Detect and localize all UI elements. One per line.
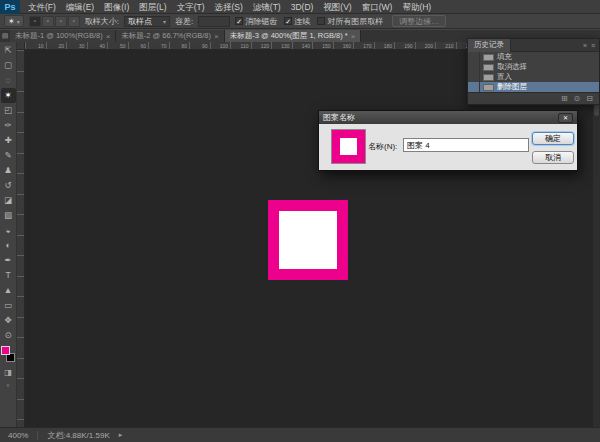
option-checkbox[interactable]: ✓连续 (284, 16, 310, 27)
close-icon[interactable]: ✕ (558, 113, 573, 123)
history-item[interactable]: 删除图层 (468, 82, 599, 92)
caret-down-icon: ▾ (163, 18, 166, 25)
history-item[interactable]: 置入 (468, 72, 599, 82)
hand-tool[interactable]: ✥ (1, 313, 16, 328)
blur-tool[interactable]: ◒ (1, 223, 16, 238)
close-tab-icon[interactable]: × (106, 32, 111, 41)
marquee-tool[interactable]: ▢ (1, 58, 16, 73)
dialog-title: 图案名称 (323, 112, 355, 123)
quick-mask-icon[interactable]: ◨ (1, 366, 16, 379)
history-snapshot-well (468, 52, 480, 62)
ruler-tick-label: 80 (169, 42, 190, 49)
new-selection-icon[interactable]: ▫ (29, 16, 41, 27)
ruler-tick-label: 20 (46, 42, 67, 49)
menu-item[interactable]: 编辑(E) (61, 0, 99, 14)
tab-history[interactable]: 历史记录 (468, 39, 511, 52)
history-panel-header: 历史记录 »≡ (468, 39, 599, 52)
menu-item[interactable]: 文件(F) (23, 0, 61, 14)
close-tab-icon[interactable]: × (351, 32, 356, 41)
menu-item[interactable]: 3D(D) (286, 0, 319, 14)
pen-tool[interactable]: ✒ (1, 253, 16, 268)
option-checkbox[interactable]: ✓消除锯齿 (235, 16, 277, 27)
history-snapshot-well (468, 62, 480, 72)
option-checkboxes: ✓消除锯齿✓连续对所有图层取样 (235, 16, 383, 27)
eyedropper-tool[interactable]: ✑ (1, 118, 16, 133)
clone-stamp-tool[interactable]: ♟ (1, 163, 16, 178)
sample-size-dropdown[interactable]: 取样点 ▾ (124, 16, 170, 27)
options-bar: ✶ ▾ ▫▫▫▫ 取样大小: 取样点 ▾ 容差: ✓消除锯齿✓连续对所有图层取样… (0, 14, 600, 29)
refine-edge-button[interactable]: 调整边缘… (392, 15, 446, 27)
document-tab[interactable]: 未标题-1 @ 100%(RGB/8)× (10, 30, 116, 42)
menu-item[interactable]: 文字(T) (172, 0, 210, 14)
color-swatches (1, 346, 16, 366)
status-options-arrow-icon[interactable]: ▸ (119, 431, 123, 439)
checkbox-label: 消除锯齿 (245, 16, 277, 27)
vertical-scrollbar[interactable] (593, 50, 600, 427)
ruler-tick-label: 90 (189, 42, 210, 49)
history-item[interactable]: 取消选择 (468, 62, 599, 72)
panel-menu-icon[interactable]: ≡ (591, 42, 595, 49)
cancel-button[interactable]: 取消 (532, 151, 574, 164)
history-item[interactable]: 填充 (468, 52, 599, 62)
dodge-tool[interactable]: ◐ (1, 238, 16, 253)
tools-panel: ⇱▢◌✶◰✑✚✎♟↺◪▧◒◐✒T▲▭✥⊙ ◨▫ (0, 42, 17, 427)
ruler-tick-label: 140 (292, 42, 313, 49)
ruler-tick-label: 40 (87, 42, 108, 49)
menu-item[interactable]: 图层(L) (134, 0, 171, 14)
move-tool[interactable]: ⇱ (1, 43, 16, 58)
ps-logo: Ps (0, 0, 20, 14)
ruler-tick-label: 30 (66, 42, 87, 49)
menu-item[interactable]: 图像(I) (99, 0, 134, 14)
brush-tool[interactable]: ✎ (1, 148, 16, 163)
tab-label: 未标题-2 @ 66.7%(RGB/8) (121, 31, 211, 41)
menu-item[interactable]: 视图(V) (318, 0, 356, 14)
new-snapshot-icon[interactable]: ⊙ (574, 94, 581, 103)
close-tab-icon[interactable]: × (214, 32, 219, 41)
menu-item[interactable]: 选择(S) (209, 0, 247, 14)
ruler-tick-label: 190 (394, 42, 415, 49)
eraser-tool[interactable]: ◪ (1, 193, 16, 208)
ruler-tick-label: 130 (271, 42, 292, 49)
subtract-selection-icon[interactable]: ▫ (55, 16, 67, 27)
tab-overflow-icon[interactable]: ▤ (0, 30, 10, 42)
crop-tool[interactable]: ◰ (1, 103, 16, 118)
path-select-tool[interactable]: ▲ (1, 283, 16, 298)
screen-mode-icon[interactable]: ▫ (1, 379, 16, 392)
delete-state-icon[interactable]: ⊟ (586, 94, 593, 103)
shape-tool[interactable]: ▭ (1, 298, 16, 313)
tab-label: 未标题-3 @ 400%(图层 1, RGB/8) * (230, 31, 348, 41)
intersect-selection-icon[interactable]: ▫ (68, 16, 80, 27)
tolerance-input[interactable] (198, 16, 230, 27)
menu-item[interactable]: 滤镜(T) (248, 0, 286, 14)
pattern-name-input[interactable] (403, 138, 529, 152)
type-tool[interactable]: T (1, 268, 16, 283)
history-brush-tool[interactable]: ↺ (1, 178, 16, 193)
status-divider (37, 431, 38, 440)
magic-wand-tool[interactable]: ✶ (1, 88, 16, 103)
zoom-tool[interactable]: ⊙ (1, 328, 16, 343)
zoom-level[interactable]: 400% (8, 431, 28, 440)
document-tab[interactable]: 未标题-2 @ 66.7%(RGB/8)× (116, 30, 224, 42)
menu-item[interactable]: 帮助(H) (397, 0, 436, 14)
option-checkbox[interactable]: 对所有图层取样 (317, 16, 383, 27)
ruler-tick-label: 70 (148, 42, 169, 49)
magic-wand-icon: ✶ (8, 17, 15, 26)
healing-brush-tool[interactable]: ✚ (1, 133, 16, 148)
document-tab[interactable]: 未标题-3 @ 400%(图层 1, RGB/8) *× (225, 30, 362, 42)
dialog-title-bar[interactable]: 图案名称 ✕ (319, 111, 577, 124)
history-item-label: 删除图层 (497, 82, 527, 92)
ruler-tick-label: 180 (374, 42, 395, 49)
tool-preset-picker[interactable]: ✶ ▾ (4, 15, 24, 27)
collapse-panel-icon[interactable]: » (583, 42, 587, 49)
tools-list: ⇱▢◌✶◰✑✚✎♟↺◪▧◒◐✒T▲▭✥⊙ (1, 43, 16, 343)
foreground-color-swatch[interactable] (1, 346, 10, 355)
menu-item[interactable]: 窗口(W) (357, 0, 398, 14)
ok-button[interactable]: 确定 (532, 132, 574, 145)
checkbox-icon: ✓ (284, 17, 292, 25)
gradient-tool[interactable]: ▧ (1, 208, 16, 223)
lasso-tool[interactable]: ◌ (1, 73, 16, 88)
history-state-icon (483, 64, 494, 71)
add-selection-icon[interactable]: ▫ (42, 16, 54, 27)
new-document-from-state-icon[interactable]: ⊞ (561, 94, 568, 103)
checkbox-icon (317, 17, 325, 25)
